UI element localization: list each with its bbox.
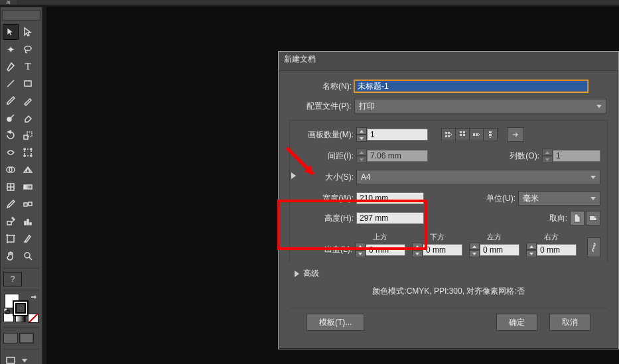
default-fill-stroke-icon[interactable]	[3, 307, 10, 314]
bleed-link-button[interactable]	[587, 237, 600, 257]
layout-grid-row-icon[interactable]	[442, 129, 456, 141]
bleed-right-spinner[interactable]	[526, 243, 537, 257]
svg-rect-20	[29, 202, 32, 206]
paintbrush-tool[interactable]	[3, 93, 19, 109]
bleed-bottom-label: 下方	[430, 232, 445, 241]
gradient-tool[interactable]	[20, 179, 36, 195]
hand-tool[interactable]	[3, 248, 19, 264]
lasso-tool[interactable]	[20, 41, 36, 57]
column-graph-tool[interactable]	[20, 213, 36, 229]
rectangle-tool[interactable]	[20, 76, 36, 91]
perspective-grid-tool[interactable]	[20, 162, 36, 178]
svg-rect-25	[25, 221, 26, 225]
help-glyph: ?	[11, 274, 15, 284]
svg-rect-37	[7, 357, 15, 363]
toolbox-grip[interactable]	[2, 10, 40, 21]
zoom-tool[interactable]	[20, 248, 36, 264]
columns-spinner	[542, 149, 553, 163]
line-segment-tool[interactable]	[3, 76, 19, 91]
pen-tool[interactable]	[3, 58, 19, 74]
blob-brush-tool[interactable]	[3, 110, 19, 126]
profile-dropdown[interactable]: 打印	[354, 99, 606, 113]
free-transform-tool[interactable]	[20, 145, 36, 160]
chevron-down-icon	[596, 105, 602, 108]
artboard-tool[interactable]	[3, 231, 19, 247]
app-abbrev: Ai	[0, 0, 17, 5]
layout-col-icon[interactable]	[484, 129, 497, 141]
size-marker-icon	[291, 172, 296, 179]
chevron-down-icon	[590, 176, 596, 179]
height-label: 高度(H):	[297, 213, 354, 224]
svg-point-0	[25, 46, 31, 51]
screen-mode-icon[interactable]	[4, 355, 17, 364]
none-mode-swatch[interactable]	[28, 314, 38, 323]
artboards-spinner[interactable]	[356, 127, 367, 142]
draw-behind-icon[interactable]	[19, 333, 34, 343]
rotate-tool[interactable]	[3, 127, 19, 143]
bleed-top-spinner[interactable]	[355, 243, 366, 257]
cancel-button[interactable]: 取消	[549, 314, 590, 331]
bleed-top-input[interactable]	[366, 244, 405, 256]
bleed-bottom-input[interactable]	[423, 244, 462, 256]
selection-tool[interactable]	[3, 24, 19, 40]
height-input[interactable]	[356, 212, 424, 224]
units-value: 毫米	[523, 193, 539, 204]
ok-button[interactable]: 确定	[496, 314, 537, 331]
name-input[interactable]	[354, 80, 588, 92]
mesh-tool[interactable]	[3, 179, 19, 195]
ok-button-label: 确定	[509, 317, 525, 328]
svg-rect-44	[463, 131, 465, 133]
layout-row-icon[interactable]	[470, 129, 484, 141]
svg-rect-38	[445, 132, 447, 134]
svg-rect-6	[25, 149, 31, 156]
bleed-left-spinner[interactable]	[469, 243, 480, 257]
eraser-tool[interactable]	[20, 110, 36, 126]
advanced-toggle[interactable]: 高级	[295, 268, 606, 279]
width-tool[interactable]	[3, 145, 19, 160]
svg-rect-39	[448, 132, 450, 134]
svg-rect-45	[463, 134, 465, 136]
width-input[interactable]	[356, 192, 424, 204]
svg-point-7	[24, 149, 25, 150]
app-top-bar: Ai	[0, 0, 619, 5]
svg-rect-42	[460, 131, 462, 133]
template-button[interactable]: 模板(T)...	[307, 314, 364, 331]
bleed-right-input[interactable]	[537, 244, 577, 256]
svg-point-24	[12, 217, 13, 219]
svg-rect-19	[24, 203, 27, 206]
units-dropdown[interactable]: 毫米	[518, 191, 600, 206]
blend-tool[interactable]	[20, 196, 36, 212]
screen-mode-dropdown-icon[interactable]	[20, 355, 29, 364]
draw-normal-icon[interactable]	[3, 333, 18, 343]
template-button-label: 模板(T)...	[319, 317, 352, 328]
orientation-landscape-button[interactable]	[586, 211, 600, 225]
size-dropdown[interactable]: A4	[356, 170, 600, 184]
layout-grid-col-icon[interactable]	[456, 129, 470, 141]
chevron-down-icon	[590, 197, 596, 200]
svg-rect-26	[27, 219, 29, 225]
eyedropper-tool[interactable]	[3, 196, 19, 212]
bleed-left-input[interactable]	[480, 244, 519, 256]
layout-direction-button[interactable]	[507, 127, 524, 142]
svg-point-8	[31, 149, 32, 150]
svg-rect-41	[448, 135, 450, 137]
symbol-sprayer-tool[interactable]	[3, 213, 19, 229]
bleed-bottom-spinner[interactable]	[412, 243, 423, 257]
magic-wand-tool[interactable]: ✦	[3, 41, 19, 57]
slice-tool[interactable]	[20, 231, 36, 247]
cancel-button-label: 取消	[562, 317, 578, 328]
svg-rect-40	[445, 135, 447, 137]
help-icon[interactable]: ?	[3, 272, 22, 286]
direct-selection-tool[interactable]	[20, 24, 36, 40]
artboards-input[interactable]	[367, 129, 428, 141]
stroke-swatch[interactable]	[13, 300, 29, 316]
svg-point-33	[25, 253, 30, 258]
pencil-tool[interactable]	[20, 93, 36, 109]
svg-point-9	[24, 155, 25, 156]
type-tool[interactable]: T	[20, 58, 36, 74]
orientation-portrait-button[interactable]	[570, 211, 585, 225]
scale-tool[interactable]	[20, 127, 36, 143]
shape-builder-tool[interactable]	[3, 162, 19, 178]
swap-fill-stroke-icon[interactable]	[30, 294, 38, 302]
artboards-label: 画板数量(M):	[297, 129, 354, 141]
